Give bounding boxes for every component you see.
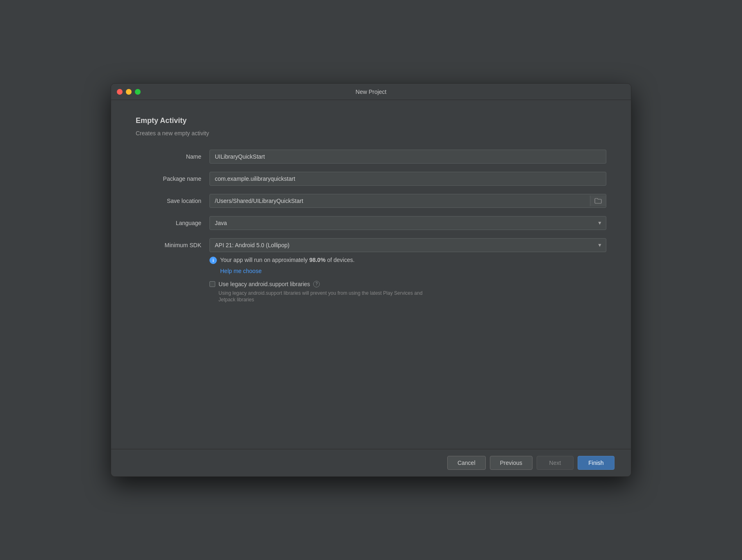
titlebar: New Project (111, 84, 631, 100)
form-grid: Name Package name Save location (136, 150, 606, 252)
minimum-sdk-select[interactable]: API 21: Android 5.0 (Lollipop) API 22: A… (209, 238, 606, 252)
section-description: Creates a new empty activity (136, 130, 606, 137)
checkbox-section: Use legacy android.support libraries ? U… (209, 281, 606, 304)
legacy-libraries-help-icon[interactable]: ? (313, 281, 320, 287)
info-icon: i (209, 257, 217, 264)
main-content: Empty Activity Creates a new empty activ… (111, 100, 631, 449)
browse-folder-button[interactable] (590, 196, 606, 206)
language-label: Language (136, 220, 201, 226)
cancel-button[interactable]: Cancel (447, 456, 486, 470)
name-label: Name (136, 153, 201, 160)
save-location-input[interactable] (210, 194, 590, 207)
finish-button[interactable]: Finish (578, 456, 615, 470)
legacy-libraries-label: Use legacy android.support libraries (219, 281, 310, 287)
info-percentage: 98.0% (309, 257, 325, 263)
close-button[interactable] (117, 89, 123, 95)
info-text-after: of devices. (325, 257, 355, 263)
info-text: Your app will run on approximately 98.0%… (220, 256, 355, 264)
info-section: i Your app will run on approximately 98.… (209, 256, 606, 274)
save-location-label: Save location (136, 198, 201, 204)
language-select[interactable]: Java Kotlin (209, 216, 606, 230)
language-select-wrapper: Java Kotlin ▼ (209, 216, 606, 230)
language-row: Language Java Kotlin ▼ (136, 216, 606, 230)
minimum-sdk-label: Minimum SDK (136, 242, 201, 248)
maximize-button[interactable] (135, 89, 141, 95)
footer: Cancel Previous Next Finish (111, 449, 631, 476)
minimum-sdk-row: Minimum SDK API 21: Android 5.0 (Lollipo… (136, 238, 606, 252)
minimize-button[interactable] (126, 89, 132, 95)
new-project-window: New Project Empty Activity Creates a new… (111, 83, 631, 477)
help-me-choose-link[interactable]: Help me choose (220, 268, 606, 274)
save-location-wrapper (209, 194, 606, 208)
package-name-input[interactable] (209, 172, 606, 186)
section-title: Empty Activity (136, 116, 606, 125)
legacy-libraries-description: Using legacy android.support libraries w… (219, 290, 423, 304)
name-row: Name (136, 150, 606, 164)
save-location-row: Save location (136, 194, 606, 208)
folder-icon (594, 198, 602, 204)
next-button[interactable]: Next (537, 456, 574, 470)
legacy-libraries-checkbox[interactable] (209, 281, 215, 287)
window-controls (117, 89, 141, 95)
window-title: New Project (355, 89, 386, 95)
name-input[interactable] (209, 150, 606, 164)
checkbox-row: Use legacy android.support libraries ? (209, 281, 606, 287)
package-name-label: Package name (136, 175, 201, 182)
info-text-before: Your app will run on approximately (220, 257, 309, 263)
info-row: i Your app will run on approximately 98.… (209, 256, 606, 264)
previous-button[interactable]: Previous (490, 456, 533, 470)
package-name-row: Package name (136, 172, 606, 186)
minimum-sdk-select-wrapper: API 21: Android 5.0 (Lollipop) API 22: A… (209, 238, 606, 252)
